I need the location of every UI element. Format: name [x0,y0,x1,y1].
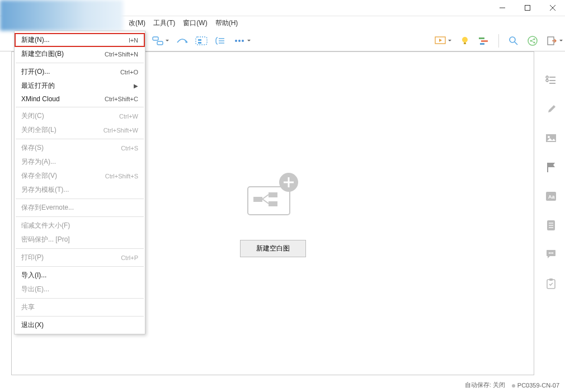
image-panel-button[interactable] [545,132,557,144]
svg-rect-4 [153,37,158,40]
outline-panel-button[interactable] [545,74,557,86]
summary-icon [215,36,225,45]
more-icon [234,39,244,42]
file-menu-item-20: 打印(P)Ctrl+P [15,251,145,265]
svg-rect-5 [157,41,163,45]
svg-point-57 [552,252,553,253]
toolbar-search[interactable] [506,33,521,49]
relationship-icon [176,37,189,45]
toolbar-idea[interactable] [457,33,473,49]
format-panel-button[interactable] [545,103,557,115]
menu-item-label: 关闭全部(L) [21,125,57,135]
status-autosave: 自动保存: 关闭 [465,381,505,389]
svg-point-41 [546,76,548,78]
svg-point-43 [546,79,548,82]
maximize-button[interactable] [515,0,540,16]
svg-rect-48 [547,163,548,172]
toolbar-share[interactable] [525,33,540,49]
menu-item-label: 退出(X) [21,320,44,330]
toolbar-relationship[interactable] [175,33,190,49]
svg-point-55 [549,252,550,253]
flag-icon [546,162,556,173]
file-menu-item-12: 保存全部(V)Ctrl+Shift+S [15,169,145,183]
menu-item-label: 保存到Evernote... [21,203,74,212]
notes-icon [546,220,556,231]
svg-point-23 [510,37,515,42]
menu-item-label: XMind Cloud [21,95,60,103]
menu-window[interactable]: 窗口(W) [180,17,210,30]
toolbar-summary[interactable] [213,33,228,49]
titlebar [0,0,565,16]
menu-separator [16,298,144,299]
file-menu-item-1[interactable]: 新建空白图(B)Ctrl+Shift+N [15,47,145,61]
svg-rect-20 [479,37,484,39]
menu-help[interactable]: 帮助(H) [213,17,241,30]
svg-point-25 [528,36,537,45]
menu-separator [16,107,144,107]
file-menu-item-15: 保存到Evernote... [15,201,145,215]
file-menu-item-0[interactable]: 新建(N)...l+N [15,33,145,47]
menu-separator [16,139,144,139]
menu-separator [16,248,144,249]
svg-line-37 [262,199,269,204]
task-icon [546,278,556,289]
minimize-button[interactable] [489,0,515,16]
menu-item-label: 最近打开的 [21,81,55,91]
svg-point-18 [462,37,468,42]
toolbar-more-dropdown[interactable] [232,33,247,49]
svg-rect-59 [549,278,553,281]
svg-rect-34 [269,192,277,197]
menu-separator [16,216,144,217]
file-menu-item-4[interactable]: 最近打开的▶ [15,79,145,93]
file-menu-item-7: 关闭(C)Ctrl+W [15,109,145,123]
menu-item-label: 另存为(A)... [21,157,56,167]
submenu-arrow-icon: ▶ [134,83,138,89]
toolbar-gantt[interactable] [476,33,492,49]
svg-line-36 [262,195,269,199]
file-menu-item-11: 另存为(A)... [15,155,145,169]
svg-text:Aa: Aa [548,194,555,200]
search-icon [509,36,519,46]
menu-item-label: 打开(O)... [21,67,50,77]
svg-point-14 [238,40,241,42]
menu-item-label: 新建空白图(B) [21,49,64,59]
svg-rect-35 [269,201,277,206]
svg-rect-9 [198,42,201,44]
file-menu-item-27[interactable]: 退出(X) [15,318,145,332]
font-panel-button[interactable]: Aa [545,190,557,202]
file-menu-item-8: 关闭全部(L)Ctrl+Shift+W [15,123,145,137]
menu-separator [16,63,144,63]
file-menu-item-3[interactable]: 打开(O)...Ctrl+O [15,65,145,79]
menu-separator [16,266,144,267]
right-sidebar: Aa [537,51,565,375]
task-panel-button[interactable] [545,277,557,290]
notes-panel-button[interactable] [545,219,557,232]
marker-panel-button[interactable] [545,161,557,173]
toolbar-separator [498,34,499,48]
toolbar-presentation-dropdown[interactable] [432,33,448,49]
menu-item-label: 关闭(C) [21,111,44,121]
menu-shortcut: Ctrl+Shift+C [105,96,138,102]
menu-tools[interactable]: 工具(T) [150,17,178,30]
brush-icon [545,103,557,115]
file-menu-item-5[interactable]: XMind CloudCtrl+Shift+C [15,93,145,105]
file-menu-item-18: 密码保护... [Pro] [15,233,145,247]
file-menu-item-23: 导出(E)... [15,282,145,296]
menu-shortcut: l+N [129,37,138,44]
toolbar-export-dropdown[interactable] [544,33,559,49]
svg-rect-22 [480,43,484,45]
export-icon [547,36,557,46]
menu-shortcut: Ctrl+W [119,113,138,120]
new-blank-map-button[interactable]: 新建空白图 [240,240,306,257]
toolbar-boundary[interactable] [194,33,209,49]
svg-line-30 [531,41,534,42]
image-icon [545,134,557,143]
menu-item-label: 密码保护... [Pro] [21,235,70,244]
outline-icon [545,75,557,84]
file-menu-item-22[interactable]: 导入(I)... [15,268,145,282]
comments-panel-button[interactable] [545,248,557,261]
menu-item-label: 共享 [21,303,35,312]
menu-modify[interactable]: 改(M) [126,17,148,30]
toolbar-topic-dropdown[interactable] [150,33,166,49]
close-button[interactable] [540,0,565,16]
